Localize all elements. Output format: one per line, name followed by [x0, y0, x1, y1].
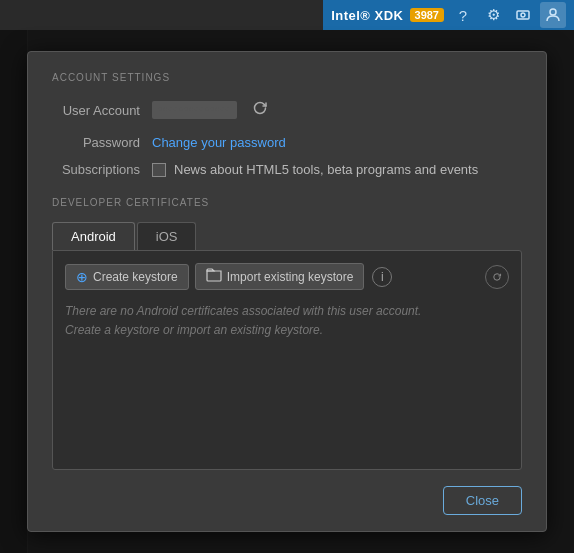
modal-overlay: ACCOUNT SETTINGS User Account ••••••••••… [0, 30, 574, 553]
refresh-account-button[interactable] [245, 97, 275, 123]
subscriptions-text: News about HTML5 tools, beta programs an… [174, 162, 478, 177]
top-bar-icons: ? ⚙ [450, 2, 566, 28]
account-settings-label: ACCOUNT SETTINGS [52, 72, 522, 83]
empty-state: There are no Android certificates associ… [65, 302, 509, 340]
user-account-label: User Account [52, 103, 152, 118]
refresh-certs-button[interactable] [485, 265, 509, 289]
dev-cert-label: DEVELOPER CERTIFICATES [52, 197, 522, 208]
password-value: Change your password [152, 135, 286, 150]
import-keystore-button[interactable]: Import existing keystore [195, 263, 365, 290]
app-title: Intel® XDK [331, 8, 403, 23]
close-button[interactable]: Close [443, 486, 522, 515]
tab-android[interactable]: Android [52, 222, 135, 250]
cert-toolbar: ⊕ Create keystore Import existing keysto… [65, 263, 509, 290]
svg-point-1 [521, 13, 525, 17]
account-connect-icon[interactable] [510, 2, 536, 28]
developer-certificates-section: DEVELOPER CERTIFICATES Android iOS ⊕ Cre… [52, 197, 522, 470]
folder-icon [206, 268, 222, 285]
password-label: Password [52, 135, 152, 150]
subscriptions-checkbox[interactable] [152, 163, 166, 177]
empty-state-line1: There are no Android certificates associ… [65, 302, 509, 321]
subscriptions-row: Subscriptions News about HTML5 tools, be… [52, 162, 522, 177]
user-account-masked: •••••••••••••• [152, 101, 237, 119]
user-account-value: •••••••••••••• [152, 97, 275, 123]
cert-tabs: Android iOS [52, 222, 522, 250]
svg-rect-0 [517, 11, 529, 19]
cert-panel: ⊕ Create keystore Import existing keysto… [52, 250, 522, 470]
help-icon[interactable]: ? [450, 2, 476, 28]
user-account-row: User Account •••••••••••••• [52, 97, 522, 123]
info-icon[interactable]: i [372, 267, 392, 287]
app-badge: 3987 [410, 8, 444, 22]
settings-icon[interactable]: ⚙ [480, 2, 506, 28]
modal-footer: Close [52, 486, 522, 515]
plus-icon: ⊕ [76, 269, 88, 285]
tab-ios[interactable]: iOS [137, 222, 197, 250]
empty-state-line2: Create a keystore or import an existing … [65, 321, 509, 340]
top-bar: Intel® XDK 3987 ? ⚙ [323, 0, 574, 30]
subscriptions-label: Subscriptions [52, 162, 152, 177]
svg-point-2 [550, 9, 556, 15]
account-settings-section: ACCOUNT SETTINGS User Account ••••••••••… [52, 72, 522, 177]
subscriptions-value: News about HTML5 tools, beta programs an… [152, 162, 478, 177]
modal-dialog: ACCOUNT SETTINGS User Account ••••••••••… [27, 51, 547, 532]
password-row: Password Change your password [52, 135, 522, 150]
change-password-link[interactable]: Change your password [152, 135, 286, 150]
user-icon[interactable] [540, 2, 566, 28]
create-keystore-button[interactable]: ⊕ Create keystore [65, 264, 189, 290]
